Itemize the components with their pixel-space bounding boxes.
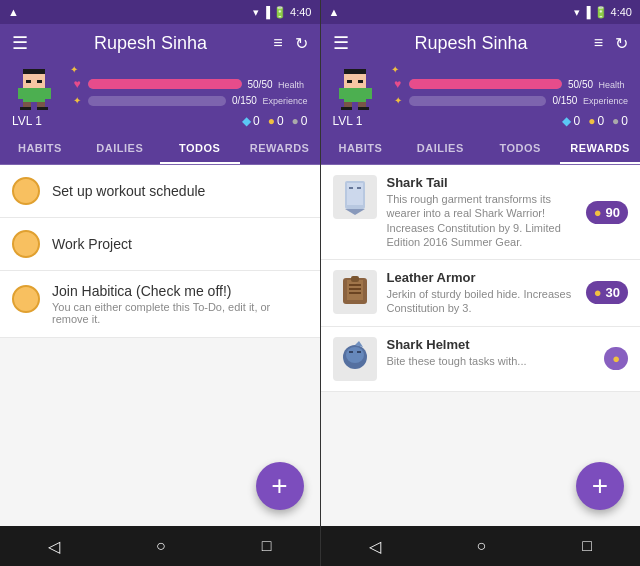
todo-item-3[interactable]: Join Habitica (Check me off!) You can ei… (0, 271, 320, 338)
nav-home-left[interactable]: ○ (156, 537, 166, 555)
status-bar-left: ▲ ▾ ▐ 🔋 4:40 (0, 0, 320, 24)
reward-icon-1 (333, 175, 377, 219)
health-bar-left: ♥ 50/50 Health (70, 77, 308, 91)
header-left: ☰ Rupesh Sinha ≡ ↻ (0, 24, 320, 62)
gem-silver-left: ● 0 (292, 114, 308, 128)
reward-item-2[interactable]: Leather Armor Jerkin of sturdy boiled hi… (321, 260, 641, 327)
reward-icon-2 (333, 270, 377, 314)
nav-bar-right: ◁ ○ □ (321, 526, 641, 566)
tab-rewards-right[interactable]: REWARDS (560, 132, 640, 164)
gem-diamond-left: ◆ 0 (242, 114, 260, 128)
tab-habits-left[interactable]: HABITS (0, 132, 80, 164)
todo-subtext-3: You can either complete this To-Do, edit… (52, 301, 308, 325)
svg-rect-3 (37, 80, 43, 83)
todo-checkbox-3[interactable] (12, 285, 40, 313)
level-row-left: LVL 1 ◆ 0 ● 0 ● 0 (0, 110, 320, 132)
reward-cost-1[interactable]: ● 90 (586, 201, 628, 224)
stat-bars-right: ✦ ♥ 50/50 Health ✦ 0/150 Expe (383, 64, 629, 110)
gem-gold-right: ● 0 (588, 114, 604, 128)
svg-rect-35 (349, 351, 353, 353)
svg-rect-8 (37, 102, 45, 108)
reward-item-3[interactable]: Shark Helmet Bite these tough tasks with… (321, 327, 641, 392)
reward-desc-3: Bite these tough tasks with... (387, 354, 605, 368)
nav-bar-left: ◁ ○ □ (0, 526, 320, 566)
filter-icon-right[interactable]: ≡ (594, 34, 603, 52)
svg-rect-17 (366, 88, 372, 99)
gem-diamond-right: ◆ 0 (562, 114, 580, 128)
todo-item-1[interactable]: Set up workout schedule (0, 165, 320, 218)
cost-icon-3: ● (612, 351, 620, 366)
nav-recent-left[interactable]: □ (262, 537, 272, 555)
xp-label-right: 0/150 Experience (552, 95, 628, 106)
left-panel: ▲ ▾ ▐ 🔋 4:40 ☰ Rupesh Sinha ≡ ↻ (0, 0, 320, 566)
svg-rect-14 (357, 80, 363, 83)
fab-right[interactable]: + (576, 462, 624, 510)
refresh-icon-left[interactable]: ↻ (295, 34, 308, 53)
svg-rect-23 (347, 183, 363, 205)
fab-left[interactable]: + (256, 462, 304, 510)
signal-icon: ▲ (8, 6, 19, 18)
gold-icon-left: ● (268, 114, 275, 128)
svg-rect-5 (18, 88, 24, 99)
xp-icon-left: ✦ (70, 95, 84, 106)
todo-text-1: Set up workout schedule (52, 183, 205, 199)
wifi-icon-right: ▾ (574, 6, 580, 19)
gem-silver-right: ● 0 (612, 114, 628, 128)
reward-name-3: Shark Helmet (387, 337, 605, 352)
silver-icon-right: ● (612, 114, 619, 128)
todo-checkbox-2[interactable] (12, 230, 40, 258)
todo-item-2[interactable]: Work Project (0, 218, 320, 271)
tab-todos-left[interactable]: TODOS (160, 132, 240, 164)
svg-rect-4 (23, 88, 45, 102)
reward-info-1: Shark Tail This rough garment transforms… (387, 175, 586, 249)
header-right: ☰ Rupesh Sinha ≡ ↻ (321, 24, 641, 62)
sparkle-icon-right: ✦ (391, 64, 399, 75)
svg-rect-20 (341, 107, 352, 110)
nav-back-left[interactable]: ◁ (48, 537, 60, 556)
time-left: 4:40 (290, 6, 311, 18)
svg-rect-6 (45, 88, 51, 99)
svg-rect-19 (357, 102, 365, 108)
tab-todos-right[interactable]: TODOS (480, 132, 560, 164)
character-stats-left: ✦ ♥ 50/50 Health ✦ 0/150 (0, 62, 320, 110)
tab-dailies-right[interactable]: DAILIES (400, 132, 480, 164)
nav-home-right[interactable]: ○ (477, 537, 487, 555)
reward-name-2: Leather Armor (387, 270, 586, 285)
todo-text-2: Work Project (52, 236, 132, 252)
health-bar-right: ♥ 50/50 Health (391, 77, 629, 91)
svg-rect-7 (23, 102, 31, 108)
reward-info-3: Shark Helmet Bite these tough tasks with… (387, 337, 605, 368)
refresh-icon-right[interactable]: ↻ (615, 34, 628, 53)
header-title-right: Rupesh Sinha (415, 33, 528, 54)
menu-icon-left[interactable]: ☰ (12, 32, 28, 54)
menu-icon-right[interactable]: ☰ (333, 32, 349, 54)
todo-checkbox-1[interactable] (12, 177, 40, 205)
reward-item-1[interactable]: Shark Tail This rough garment transforms… (321, 165, 641, 260)
gold-icon-right: ● (588, 114, 595, 128)
battery-icon-right: 🔋 (594, 6, 608, 19)
health-label-right: 50/50 Health (568, 79, 628, 90)
filter-icon-left[interactable]: ≡ (273, 34, 282, 52)
tab-habits-right[interactable]: HABITS (321, 132, 401, 164)
svg-rect-2 (26, 80, 32, 83)
reward-cost-3[interactable]: ● (604, 347, 628, 370)
svg-rect-15 (344, 88, 366, 102)
svg-rect-31 (349, 288, 361, 290)
xp-icon-right: ✦ (391, 95, 405, 106)
nav-back-right[interactable]: ◁ (369, 537, 381, 556)
xp-label-left: 0/150 Experience (232, 95, 308, 106)
tab-bar-right: HABITS DAILIES TODOS REWARDS (321, 132, 641, 165)
signal-bars: ▐ (262, 6, 270, 18)
reward-name-1: Shark Tail (387, 175, 586, 190)
svg-point-34 (346, 347, 364, 363)
silver-icon-left: ● (292, 114, 299, 128)
svg-rect-29 (351, 276, 359, 282)
heart-icon-left: ♥ (70, 77, 84, 91)
svg-rect-32 (349, 292, 361, 294)
tab-dailies-left[interactable]: DAILIES (80, 132, 160, 164)
nav-recent-right[interactable]: □ (582, 537, 592, 555)
signal-icon-right: ▲ (329, 6, 340, 18)
reward-cost-2[interactable]: ● 30 (586, 281, 628, 304)
todos-content: Set up workout schedule Work Project Joi… (0, 165, 320, 526)
tab-rewards-left[interactable]: REWARDS (240, 132, 320, 164)
